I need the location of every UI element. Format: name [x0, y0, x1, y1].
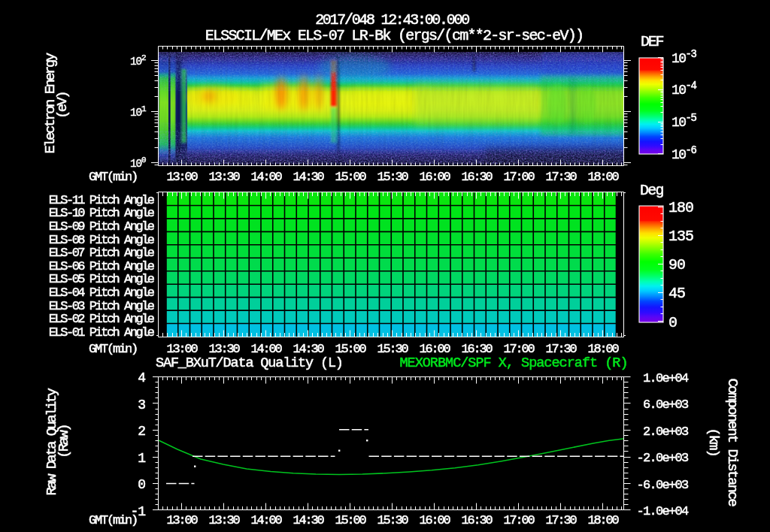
svg-text:SAF_BXuT/Data Quality (L): SAF_BXuT/Data Quality (L) [156, 355, 343, 371]
svg-text:15:30: 15:30 [377, 170, 409, 184]
svg-text:14:30: 14:30 [293, 342, 325, 356]
svg-text:15:30: 15:30 [377, 342, 409, 356]
svg-text:GMT(min): GMT(min) [89, 513, 137, 527]
svg-text:(Raw): (Raw) [56, 425, 72, 458]
svg-text:(eV): (eV) [54, 92, 71, 119]
svg-text:0: 0 [668, 314, 677, 331]
svg-text:15:00: 15:00 [335, 170, 367, 184]
svg-text:13:00: 13:00 [167, 342, 199, 356]
svg-text:1: 1 [138, 451, 145, 466]
svg-text:6.0e+03: 6.0e+03 [643, 397, 689, 412]
svg-text:ELS-01 Pitch Angle: ELS-01 Pitch Angle [49, 325, 155, 340]
svg-text:-1: -1 [130, 504, 145, 519]
svg-text:15:00: 15:00 [335, 342, 367, 356]
svg-text:DEF: DEF [641, 33, 664, 50]
svg-text:-6.0e+03: -6.0e+03 [636, 478, 689, 492]
svg-text:17:00: 17:00 [504, 170, 535, 184]
svg-text:15:30: 15:30 [377, 513, 409, 527]
svg-text:2: 2 [138, 424, 145, 439]
svg-text:16:30: 16:30 [462, 513, 493, 527]
svg-text:4: 4 [138, 370, 145, 385]
svg-text:18:00: 18:00 [588, 513, 620, 527]
svg-text:13:00: 13:00 [167, 170, 199, 184]
svg-text:17:30: 17:30 [546, 513, 578, 527]
svg-text:14:30: 14:30 [293, 513, 325, 527]
svg-text:ELS-02 Pitch Angle: ELS-02 Pitch Angle [49, 312, 155, 326]
svg-text:-1.0e+04: -1.0e+04 [636, 504, 689, 518]
svg-text:ELS-09 Pitch Angle: ELS-09 Pitch Angle [49, 219, 155, 234]
svg-text:18:00: 18:00 [588, 170, 620, 184]
svg-text:16:00: 16:00 [420, 170, 451, 184]
svg-text:ELSSCIL/MEx ELS-07 LR-Bk (erg: ELSSCIL/MEx ELS-07 LR-Bk (ergs/(cm**2-sr… [205, 27, 583, 44]
svg-text:135: 135 [668, 228, 693, 245]
svg-text:16:00: 16:00 [420, 342, 451, 356]
svg-text:13:00: 13:00 [167, 513, 199, 527]
svg-text:16:30: 16:30 [462, 170, 493, 184]
svg-text:16:00: 16:00 [420, 513, 451, 527]
svg-text:ELS-04 Pitch Angle: ELS-04 Pitch Angle [49, 286, 155, 300]
svg-text:-2.0e+03: -2.0e+03 [636, 451, 689, 465]
svg-text:ELS-08 Pitch Angle: ELS-08 Pitch Angle [49, 233, 155, 247]
svg-text:14:00: 14:00 [251, 170, 283, 184]
svg-text:13:30: 13:30 [209, 170, 241, 184]
svg-text:17:30: 17:30 [546, 342, 578, 356]
svg-text:2.0e+03: 2.0e+03 [643, 425, 689, 439]
svg-text:Deg: Deg [640, 182, 664, 199]
svg-text:17:00: 17:00 [504, 513, 535, 527]
svg-text:13:30: 13:30 [209, 342, 241, 356]
svg-text:ELS-03 Pitch Angle: ELS-03 Pitch Angle [49, 299, 155, 313]
svg-text:14:30: 14:30 [293, 170, 325, 184]
svg-text:(km): (km) [705, 428, 722, 456]
svg-text:3: 3 [138, 397, 145, 413]
svg-text:17:30: 17:30 [546, 170, 578, 184]
svg-text:ELS-11 Pitch Angle: ELS-11 Pitch Angle [49, 193, 155, 207]
svg-text:ELS-06 Pitch Angle: ELS-06 Pitch Angle [49, 259, 155, 274]
svg-text:Component Distance: Component Distance [724, 378, 741, 506]
svg-text:14:00: 14:00 [251, 513, 283, 527]
svg-text:0: 0 [138, 477, 145, 492]
svg-text:15:00: 15:00 [335, 513, 367, 527]
svg-text:13:30: 13:30 [209, 513, 241, 527]
svg-text:GMT(min): GMT(min) [89, 342, 137, 356]
svg-text:17:00: 17:00 [504, 342, 535, 356]
svg-text:18:00: 18:00 [588, 342, 620, 356]
svg-text:16:30: 16:30 [462, 342, 493, 356]
svg-text:GMT(min): GMT(min) [89, 170, 137, 184]
svg-text:ELS-07 Pitch Angle: ELS-07 Pitch Angle [49, 246, 155, 260]
svg-text:ELS-10 Pitch Angle: ELS-10 Pitch Angle [49, 206, 155, 220]
svg-text:1.0e+04: 1.0e+04 [643, 371, 689, 385]
svg-text:2017/048 12:43:00.000: 2017/048 12:43:00.000 [315, 11, 469, 29]
svg-text:45: 45 [668, 285, 685, 302]
svg-text:ELS-05 Pitch Angle: ELS-05 Pitch Angle [49, 272, 155, 286]
svg-text:90: 90 [668, 256, 685, 274]
svg-text:180: 180 [668, 199, 693, 216]
svg-text:MEXORBMC/SPF X, Spacecraft (R): MEXORBMC/SPF X, Spacecraft (R) [399, 355, 627, 371]
svg-text:14:00: 14:00 [251, 342, 283, 356]
